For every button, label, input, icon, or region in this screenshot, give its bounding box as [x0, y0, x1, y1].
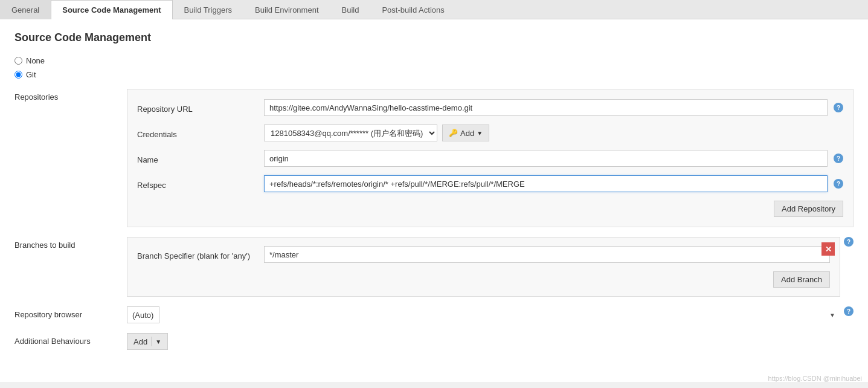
repositories-content-wrapper: Repository URL ? Credentials 1281058343@… — [127, 89, 854, 227]
refspec-help-icon[interactable]: ? — [834, 179, 843, 189]
add-credentials-dropdown-icon: ▼ — [477, 130, 483, 137]
branches-content-wrapper: ✕ Branch Specifier (blank for 'any') Add… — [127, 237, 840, 297]
add-credentials-button[interactable]: 🔑 Add ▼ — [442, 124, 489, 141]
branches-section-row: Branches to build ✕ Branch Specifier (bl… — [14, 237, 854, 297]
tab-build[interactable]: Build — [330, 0, 371, 19]
credentials-container: 1281058343@qq.com/****** (用户名和密码) 🔑 Add … — [264, 124, 489, 141]
additional-behaviours-content-wrapper: Add ▼ — [127, 333, 854, 350]
repository-browser-row: (Auto) — [127, 306, 840, 323]
repo-browser-content-wrapper: (Auto) — [127, 306, 840, 323]
additional-behaviours-section-row: Additional Behaviours Add ▼ — [14, 333, 854, 350]
branch-specifier-row: Branch Specifier (blank for 'any') — [137, 246, 830, 263]
add-behaviour-label: Add — [133, 337, 147, 346]
add-behaviour-button[interactable]: Add ▼ — [127, 333, 168, 350]
repository-browser-label: Repository browser — [14, 306, 123, 319]
refspec-row: Refspec ? — [137, 175, 843, 192]
name-row: Name ? — [137, 150, 843, 167]
tab-general[interactable]: General — [0, 0, 51, 19]
page-title: Source Code Management — [14, 31, 854, 44]
key-icon: 🔑 — [449, 129, 458, 137]
add-repository-button[interactable]: Add Repository — [774, 201, 843, 217]
branches-to-build-label: Branches to build — [14, 237, 123, 250]
repositories-section-row: Repositories Repository URL ? Credential… — [14, 89, 854, 227]
main-content: Source Code Management None Git Reposito… — [0, 19, 868, 382]
branches-section-content: ✕ Branch Specifier (blank for 'any') Add… — [127, 237, 840, 297]
branch-specifier-label: Branch Specifier (blank for 'any') — [137, 249, 258, 260]
git-radio[interactable] — [14, 71, 22, 79]
repository-url-help-icon[interactable]: ? — [834, 103, 843, 112]
repository-browser-help-icon[interactable]: ? — [844, 306, 854, 316]
add-behaviour-separator — [151, 337, 152, 346]
repository-url-row: Repository URL ? — [137, 99, 843, 116]
tab-source-code-management[interactable]: Source Code Management — [51, 0, 172, 19]
repository-url-label: Repository URL — [137, 102, 258, 114]
scm-radio-group: None Git — [14, 56, 854, 79]
name-help-icon[interactable]: ? — [834, 154, 843, 163]
tab-build-triggers[interactable]: Build Triggers — [173, 0, 243, 19]
credentials-select[interactable]: 1281058343@qq.com/****** (用户名和密码) — [264, 124, 437, 141]
repositories-section-content: Repository URL ? Credentials 1281058343@… — [127, 89, 854, 227]
add-branch-button[interactable]: Add Branch — [773, 271, 830, 288]
none-radio-label[interactable]: None — [26, 56, 45, 65]
tab-build-environment[interactable]: Build Environment — [243, 0, 330, 19]
repository-browser-select-wrapper: (Auto) — [127, 306, 840, 323]
tab-post-build-actions[interactable]: Post-build Actions — [370, 0, 455, 19]
git-radio-label[interactable]: Git — [26, 70, 36, 79]
delete-branch-button[interactable]: ✕ — [821, 242, 835, 256]
credentials-row: Credentials 1281058343@qq.com/****** (用户… — [137, 124, 843, 141]
name-input[interactable] — [264, 150, 828, 167]
refspec-input[interactable] — [264, 175, 828, 192]
add-behaviour-dropdown-icon: ▼ — [155, 338, 161, 345]
branches-help-icon[interactable]: ? — [844, 237, 854, 247]
refspec-label: Refspec — [137, 178, 258, 190]
repository-url-input[interactable] — [264, 99, 828, 116]
add-credentials-label: Add — [460, 129, 474, 138]
none-radio-item: None — [14, 56, 854, 65]
repository-browser-select[interactable]: (Auto) — [127, 306, 159, 323]
branch-specifier-input[interactable] — [264, 246, 830, 263]
repository-browser-section-row: Repository browser (Auto) ? — [14, 306, 854, 323]
credentials-label: Credentials — [137, 128, 258, 139]
repositories-label: Repositories — [14, 89, 123, 102]
additional-behaviours-label: Additional Behaviours — [14, 333, 123, 346]
none-radio[interactable] — [14, 57, 22, 65]
git-radio-item: Git — [14, 70, 854, 79]
tab-bar: General Source Code Management Build Tri… — [0, 0, 868, 19]
name-label: Name — [137, 153, 258, 164]
watermark: https://blog.CSDN @minihuabei — [768, 375, 862, 382]
